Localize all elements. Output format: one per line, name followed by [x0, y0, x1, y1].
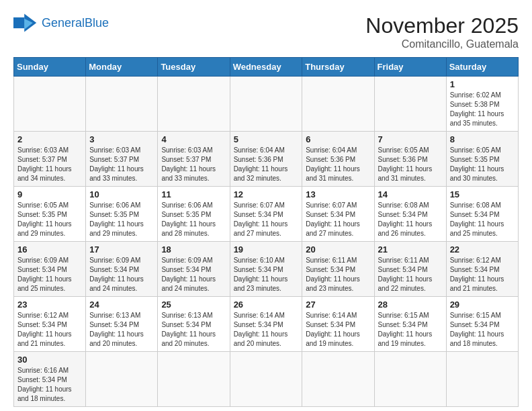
day-number: 7	[378, 134, 443, 144]
day-number: 19	[234, 244, 299, 255]
day-number: 9	[17, 189, 82, 199]
day-info: Sunrise: 6:09 AM Sunset: 5:34 PM Dayligh…	[89, 256, 154, 293]
day-number: 26	[234, 300, 299, 310]
calendar-cell: 22Sunrise: 6:12 AM Sunset: 5:34 PM Dayli…	[446, 242, 518, 297]
calendar-week-row: 9Sunrise: 6:05 AM Sunset: 5:35 PM Daylig…	[14, 187, 519, 242]
location-title: Comitancillo, Guatemala	[365, 38, 519, 50]
day-info: Sunrise: 6:05 AM Sunset: 5:35 PM Dayligh…	[17, 201, 82, 238]
calendar-cell: 26Sunrise: 6:14 AM Sunset: 5:34 PM Dayli…	[230, 297, 302, 352]
calendar-cell: 5Sunrise: 6:04 AM Sunset: 5:36 PM Daylig…	[230, 132, 302, 187]
day-info: Sunrise: 6:08 AM Sunset: 5:34 PM Dayligh…	[450, 201, 515, 238]
calendar-cell: 4Sunrise: 6:03 AM Sunset: 5:37 PM Daylig…	[158, 132, 230, 187]
weekday-header-wednesday: Wednesday	[230, 58, 302, 77]
calendar-cell: 30Sunrise: 6:16 AM Sunset: 5:34 PM Dayli…	[14, 352, 86, 407]
month-title: November 2025	[365, 13, 519, 38]
calendar-cell: 7Sunrise: 6:05 AM Sunset: 5:36 PM Daylig…	[374, 132, 446, 187]
calendar-table: SundayMondayTuesdayWednesdayThursdayFrid…	[13, 57, 519, 407]
day-info: Sunrise: 6:14 AM Sunset: 5:34 PM Dayligh…	[306, 311, 370, 349]
logo-text: GeneralBlue	[42, 16, 109, 30]
calendar-cell: 2Sunrise: 6:03 AM Sunset: 5:37 PM Daylig…	[14, 132, 86, 187]
day-number: 30	[17, 355, 82, 365]
day-number: 6	[306, 134, 370, 144]
day-number: 28	[378, 300, 443, 310]
day-info: Sunrise: 6:09 AM Sunset: 5:34 PM Dayligh…	[17, 256, 82, 293]
weekday-header-tuesday: Tuesday	[158, 58, 230, 77]
day-number: 17	[89, 244, 154, 255]
logo-icon	[13, 13, 38, 32]
day-info: Sunrise: 6:09 AM Sunset: 5:34 PM Dayligh…	[161, 256, 226, 293]
day-number: 25	[161, 300, 226, 310]
day-info: Sunrise: 6:15 AM Sunset: 5:34 PM Dayligh…	[450, 311, 515, 349]
calendar-cell	[374, 77, 446, 132]
day-info: Sunrise: 6:05 AM Sunset: 5:35 PM Dayligh…	[450, 146, 515, 183]
day-info: Sunrise: 6:13 AM Sunset: 5:34 PM Dayligh…	[89, 311, 154, 349]
calendar-cell	[302, 352, 374, 407]
calendar-cell	[86, 77, 158, 132]
calendar-cell: 28Sunrise: 6:15 AM Sunset: 5:34 PM Dayli…	[374, 297, 446, 352]
day-info: Sunrise: 6:05 AM Sunset: 5:36 PM Dayligh…	[378, 146, 443, 183]
day-number: 4	[161, 134, 226, 144]
weekday-header-sunday: Sunday	[14, 58, 86, 77]
calendar-week-row: 23Sunrise: 6:12 AM Sunset: 5:34 PM Dayli…	[14, 297, 519, 352]
calendar-cell: 11Sunrise: 6:06 AM Sunset: 5:35 PM Dayli…	[158, 187, 230, 242]
calendar-cell	[230, 352, 302, 407]
page-header: GeneralBlue November 2025 Comitancillo, …	[13, 13, 519, 50]
day-info: Sunrise: 6:06 AM Sunset: 5:35 PM Dayligh…	[161, 201, 226, 238]
day-number: 23	[17, 300, 82, 310]
svg-rect-0	[13, 17, 24, 28]
calendar-week-row: 16Sunrise: 6:09 AM Sunset: 5:34 PM Dayli…	[14, 242, 519, 297]
day-info: Sunrise: 6:10 AM Sunset: 5:34 PM Dayligh…	[234, 256, 299, 293]
day-number: 29	[450, 300, 515, 310]
weekday-header-saturday: Saturday	[446, 58, 518, 77]
day-info: Sunrise: 6:11 AM Sunset: 5:34 PM Dayligh…	[378, 256, 443, 293]
calendar-cell	[86, 352, 158, 407]
calendar-week-row: 2Sunrise: 6:03 AM Sunset: 5:37 PM Daylig…	[14, 132, 519, 187]
calendar-cell: 29Sunrise: 6:15 AM Sunset: 5:34 PM Dayli…	[446, 297, 518, 352]
day-info: Sunrise: 6:13 AM Sunset: 5:34 PM Dayligh…	[161, 311, 226, 349]
day-number: 24	[89, 300, 154, 310]
day-number: 14	[378, 189, 443, 199]
calendar-cell: 24Sunrise: 6:13 AM Sunset: 5:34 PM Dayli…	[86, 297, 158, 352]
day-number: 1	[450, 79, 515, 89]
day-number: 20	[306, 244, 370, 255]
calendar-cell: 9Sunrise: 6:05 AM Sunset: 5:35 PM Daylig…	[14, 187, 86, 242]
weekday-header-row: SundayMondayTuesdayWednesdayThursdayFrid…	[14, 58, 519, 77]
weekday-header-thursday: Thursday	[302, 58, 374, 77]
calendar-cell	[302, 77, 374, 132]
day-info: Sunrise: 6:11 AM Sunset: 5:34 PM Dayligh…	[306, 256, 370, 293]
day-number: 27	[306, 300, 370, 310]
day-number: 18	[161, 244, 226, 255]
day-number: 11	[161, 189, 226, 199]
calendar-cell: 14Sunrise: 6:08 AM Sunset: 5:34 PM Dayli…	[374, 187, 446, 242]
day-number: 3	[89, 134, 154, 144]
calendar-cell: 18Sunrise: 6:09 AM Sunset: 5:34 PM Dayli…	[158, 242, 230, 297]
day-info: Sunrise: 6:07 AM Sunset: 5:34 PM Dayligh…	[234, 201, 299, 238]
day-info: Sunrise: 6:04 AM Sunset: 5:36 PM Dayligh…	[306, 146, 370, 183]
title-block: November 2025 Comitancillo, Guatemala	[365, 13, 519, 50]
day-info: Sunrise: 6:08 AM Sunset: 5:34 PM Dayligh…	[378, 201, 443, 238]
day-info: Sunrise: 6:03 AM Sunset: 5:37 PM Dayligh…	[89, 146, 154, 183]
day-info: Sunrise: 6:12 AM Sunset: 5:34 PM Dayligh…	[17, 311, 82, 349]
day-number: 8	[450, 134, 515, 144]
day-number: 15	[450, 189, 515, 199]
calendar-cell: 19Sunrise: 6:10 AM Sunset: 5:34 PM Dayli…	[230, 242, 302, 297]
calendar-cell	[446, 352, 518, 407]
calendar-week-row: 30Sunrise: 6:16 AM Sunset: 5:34 PM Dayli…	[14, 352, 519, 407]
calendar-cell: 16Sunrise: 6:09 AM Sunset: 5:34 PM Dayli…	[14, 242, 86, 297]
day-info: Sunrise: 6:14 AM Sunset: 5:34 PM Dayligh…	[234, 311, 299, 349]
calendar-cell: 23Sunrise: 6:12 AM Sunset: 5:34 PM Dayli…	[14, 297, 86, 352]
calendar-cell: 3Sunrise: 6:03 AM Sunset: 5:37 PM Daylig…	[86, 132, 158, 187]
day-info: Sunrise: 6:03 AM Sunset: 5:37 PM Dayligh…	[161, 146, 226, 183]
weekday-header-monday: Monday	[86, 58, 158, 77]
day-info: Sunrise: 6:04 AM Sunset: 5:36 PM Dayligh…	[234, 146, 299, 183]
calendar-cell: 10Sunrise: 6:06 AM Sunset: 5:35 PM Dayli…	[86, 187, 158, 242]
day-info: Sunrise: 6:16 AM Sunset: 5:34 PM Dayligh…	[17, 366, 82, 404]
calendar-cell	[374, 352, 446, 407]
day-info: Sunrise: 6:15 AM Sunset: 5:34 PM Dayligh…	[378, 311, 443, 349]
calendar-cell	[14, 77, 86, 132]
calendar-cell: 1Sunrise: 6:02 AM Sunset: 5:38 PM Daylig…	[446, 77, 518, 132]
calendar-cell: 6Sunrise: 6:04 AM Sunset: 5:36 PM Daylig…	[302, 132, 374, 187]
day-number: 16	[17, 244, 82, 255]
calendar-week-row: 1Sunrise: 6:02 AM Sunset: 5:38 PM Daylig…	[14, 77, 519, 132]
calendar-cell: 15Sunrise: 6:08 AM Sunset: 5:34 PM Dayli…	[446, 187, 518, 242]
